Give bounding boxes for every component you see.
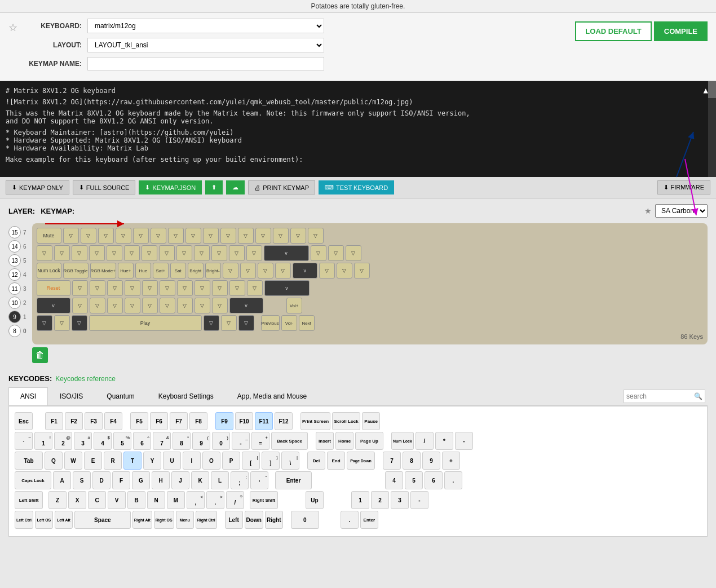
key-previous[interactable]: Previous [261, 315, 280, 331]
key-paus[interactable]: ▽ [308, 228, 324, 244]
key-f8[interactable]: ▽ [185, 228, 201, 244]
kc-esc[interactable]: Esc [15, 412, 33, 430]
search-input[interactable] [626, 392, 694, 400]
kc-f[interactable]: F [112, 471, 130, 489]
key-play[interactable]: Play [89, 315, 202, 331]
key-r6-1[interactable]: ▽ [37, 315, 52, 331]
key-7[interactable]: ▽ [159, 245, 175, 261]
kc-pause[interactable]: Pause [362, 412, 380, 430]
kc-1[interactable]: !1 [34, 432, 52, 450]
kc-k[interactable]: K [191, 471, 209, 489]
key-r4-8[interactable]: ▽ [195, 280, 210, 296]
load-default-button[interactable]: LOAD DEFAULT [575, 21, 651, 41]
key-r5-4[interactable]: ▽ [125, 298, 140, 313]
key-r3-12[interactable]: ▽ [275, 263, 291, 278]
key-del[interactable]: ▽ [319, 263, 335, 278]
key-hue-plus[interactable]: Hue+ [118, 263, 134, 278]
kc-numpad-star[interactable]: * [435, 432, 453, 450]
kc-t[interactable]: T [123, 452, 142, 470]
key-f6[interactable]: ▽ [151, 228, 166, 244]
kc-numpad-enter[interactable]: Enter [360, 511, 378, 529]
key-bright-plus[interactable]: Bright [188, 263, 204, 278]
kc-r[interactable]: R [104, 452, 122, 470]
key-sat[interactable]: Sat [170, 263, 186, 278]
key-r4-4[interactable]: ▽ [125, 280, 140, 296]
key-r5-2[interactable]: ▽ [90, 298, 105, 313]
kc-j[interactable]: J [171, 471, 189, 489]
key-r4-2[interactable]: ▽ [90, 280, 105, 296]
kc-q[interactable]: Q [45, 452, 63, 470]
kc-numpad-plus[interactable]: + [442, 452, 460, 470]
key-8[interactable]: ▽ [176, 245, 192, 261]
key-minus[interactable]: ▽ [229, 245, 245, 261]
key-r3-10[interactable]: ▽ [240, 263, 256, 278]
key-pgdn[interactable]: ▽ [354, 263, 370, 278]
key-0[interactable]: ▽ [211, 245, 227, 261]
kc-num3[interactable]: 3 [391, 491, 409, 509]
kc-p[interactable]: P [222, 452, 240, 470]
key-rgb-mode[interactable]: RGB Mode+ [90, 263, 116, 278]
layer-circle-12[interactable]: 12 [8, 268, 21, 281]
kc-caps-lock[interactable]: Caps Lock [15, 471, 51, 489]
kc-space[interactable]: Space [74, 511, 131, 529]
kc-f11[interactable]: F11 [255, 412, 273, 430]
kc-f8[interactable]: F8 [189, 412, 207, 430]
kc-numpad-slash[interactable]: / [416, 432, 434, 450]
kc-right[interactable]: Right [265, 511, 283, 529]
kc-left[interactable]: Left [225, 511, 243, 529]
kc-right-ctrl[interactable]: Right Ctrl [196, 511, 217, 529]
kc-home[interactable]: Home [335, 432, 353, 450]
key-sat-plus[interactable]: Sat+ [153, 263, 169, 278]
kc-e[interactable]: E [84, 452, 102, 470]
key-f1[interactable]: ▽ [63, 228, 79, 244]
terminal-scrollbar[interactable] [708, 81, 716, 177]
key-r5-9[interactable]: ▽ [212, 298, 228, 313]
key-3[interactable]: ▽ [89, 245, 105, 261]
full-source-button[interactable]: ⬇ FULL SOURCE [73, 180, 136, 194]
tab-quantum[interactable]: Quantum [95, 387, 146, 405]
key-pgup[interactable]: ▽ [346, 245, 361, 261]
kc-slash[interactable]: ?/ [226, 491, 244, 509]
layer-circle-14[interactable]: 14 [8, 240, 21, 253]
key-r6-sp2[interactable]: ▽ [204, 315, 219, 331]
kc-5[interactable]: %5 [113, 432, 131, 450]
key-r4-10[interactable]: ▽ [229, 280, 245, 296]
kc-left-shift[interactable]: Left Shift [15, 491, 43, 509]
key-r5-3[interactable]: ▽ [107, 298, 123, 313]
kc-num0[interactable]: 0 [291, 511, 319, 529]
key-v-wide[interactable]: v [264, 245, 309, 261]
kc-up[interactable]: Up [306, 491, 324, 509]
kc-g[interactable]: G [132, 471, 150, 489]
kc-6[interactable]: ^6 [133, 432, 151, 450]
kc-plus[interactable]: += [251, 432, 269, 450]
kc-page-down[interactable]: Page Down [347, 452, 375, 470]
key-r3-9[interactable]: ▽ [223, 263, 238, 278]
key-rgb-toggle[interactable]: RGB Toggle [63, 263, 89, 278]
kc-left-alt[interactable]: Left Alt [55, 511, 73, 529]
key-hue[interactable]: Hue [135, 263, 151, 278]
kc-numpad-dot2[interactable]: . [341, 511, 359, 529]
kc-f9[interactable]: F9 [215, 412, 233, 430]
search-icon[interactable]: 🔍 [694, 392, 702, 400]
kc-enter[interactable]: Enter [275, 471, 312, 489]
kc-3[interactable]: #3 [74, 432, 92, 450]
kc-insert[interactable]: Insert [316, 432, 334, 450]
profile-select[interactable]: SA Carbon [655, 204, 708, 218]
key-sclk[interactable]: ▽ [290, 228, 306, 244]
key-reset[interactable]: Reset [37, 280, 70, 296]
kc-x[interactable]: X [68, 491, 86, 509]
kc-numpad-dot[interactable]: . [444, 471, 462, 489]
keycodes-reference-link[interactable]: Keycodes reference [55, 375, 116, 383]
key-1[interactable]: ▽ [54, 245, 70, 261]
kc-f12[interactable]: F12 [275, 412, 293, 430]
keymap-name-input[interactable]: default_8551ab3 [87, 57, 324, 70]
kc-numpad-dash[interactable]: - [410, 491, 428, 509]
kc-num7[interactable]: 7 [383, 452, 401, 470]
kc-v[interactable]: V [108, 491, 126, 509]
key-9[interactable]: ▽ [194, 245, 210, 261]
key-r4-1[interactable]: ▽ [72, 280, 88, 296]
kc-num5[interactable]: 5 [405, 471, 423, 489]
print-keymap-button[interactable]: 🖨 PRINT KEYMAP [248, 180, 315, 194]
kc-semicolon[interactable]: :; [231, 471, 249, 489]
kc-rbracket[interactable]: }] [262, 452, 280, 470]
